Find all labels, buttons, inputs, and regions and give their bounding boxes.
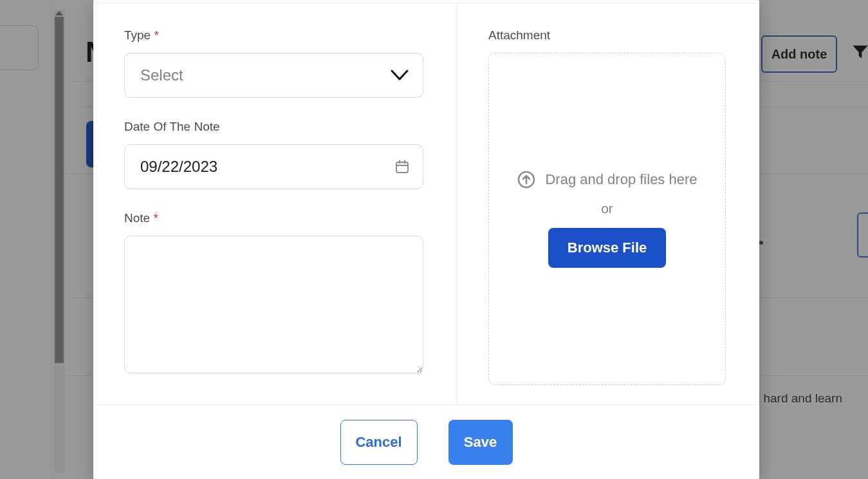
note-textarea[interactable] [124, 236, 423, 373]
modal-right-column: Attachment Drag and drop files here or B… [457, 3, 759, 404]
date-value: 09/22/2023 [140, 158, 217, 176]
modal-body: Type * Select Date Of The Note 09/22/202… [93, 0, 759, 404]
cancel-label: Cancel [355, 434, 402, 450]
browse-file-label: Browse File [568, 240, 647, 256]
required-asterisk: * [153, 211, 158, 225]
note-field-group: Note * [124, 211, 423, 376]
attachment-dropzone[interactable]: Drag and drop files here or Browse File [488, 53, 726, 385]
date-input[interactable]: 09/22/2023 [124, 144, 423, 189]
modal-left-column: Type * Select Date Of The Note 09/22/202… [93, 3, 457, 404]
upload-icon [517, 170, 536, 189]
browse-file-button[interactable]: Browse File [548, 228, 666, 268]
cancel-button[interactable]: Cancel [340, 420, 418, 465]
type-label-text: Type [124, 28, 151, 42]
dropzone-hint-text: Drag and drop files here [545, 171, 697, 188]
type-select[interactable]: Select [124, 53, 423, 98]
note-label: Note * [124, 211, 423, 225]
type-label: Type * [124, 28, 423, 42]
dropzone-hint-row: Drag and drop files here [517, 170, 697, 189]
attachment-label: Attachment [488, 28, 726, 42]
note-label-text: Note [124, 211, 150, 225]
add-note-modal: Type * Select Date Of The Note 09/22/202… [93, 0, 759, 479]
modal-header-divider [93, 3, 759, 3]
save-button[interactable]: Save [448, 420, 513, 465]
date-field-group: Date Of The Note 09/22/2023 [124, 120, 423, 189]
type-select-placeholder: Select [140, 66, 183, 84]
svg-rect-0 [396, 162, 408, 173]
modal-footer: Cancel Save [93, 404, 759, 479]
type-field-group: Type * Select [124, 28, 423, 98]
required-asterisk: * [154, 28, 158, 42]
save-label: Save [464, 434, 497, 450]
dropzone-or-text: or [601, 201, 613, 216]
calendar-icon [394, 159, 410, 174]
date-label: Date Of The Note [124, 120, 423, 134]
chevron-down-icon [391, 70, 409, 81]
